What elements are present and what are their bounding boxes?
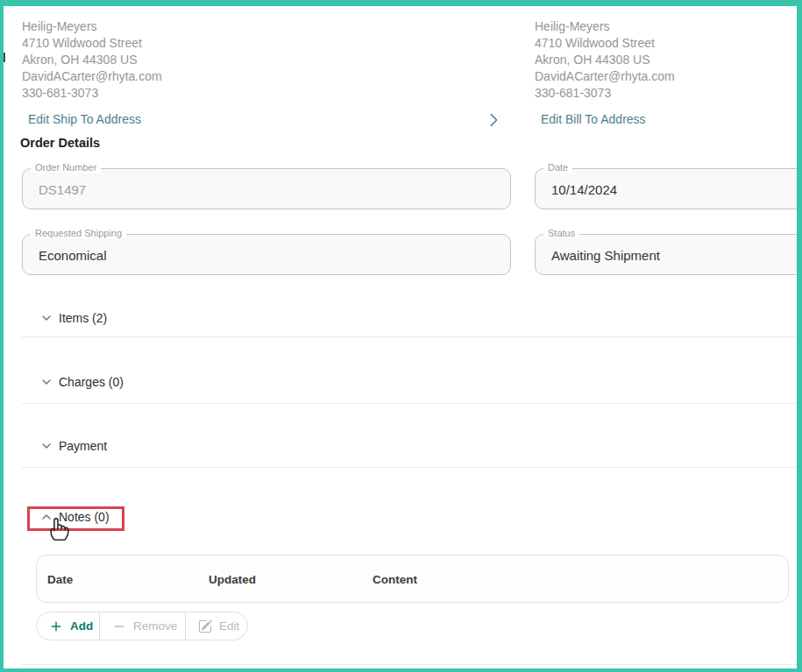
notes-actions: Add Remove Edit bbox=[36, 612, 248, 640]
section-label: Payment bbox=[59, 439, 107, 453]
column-header-content: Content bbox=[373, 555, 417, 604]
field-value: Economical bbox=[39, 247, 107, 262]
chevron-down-icon bbox=[39, 439, 53, 453]
panel-border-top bbox=[0, 0, 802, 6]
section-divider bbox=[22, 336, 797, 337]
address-line: 330-681-3073 bbox=[535, 85, 802, 102]
minus-icon bbox=[112, 619, 126, 633]
chevron-down-icon bbox=[39, 311, 53, 325]
address-line: Akron, OH 44308 US bbox=[535, 52, 802, 68]
address-line: DavidACarter@rhyta.com bbox=[22, 68, 311, 85]
order-details-title: Order Details bbox=[20, 136, 100, 150]
field-label: Requested Shipping bbox=[31, 228, 126, 238]
section-label: Charges (0) bbox=[59, 375, 124, 389]
panel-border-bottom bbox=[0, 668, 802, 672]
field-value: DS1497 bbox=[39, 181, 86, 196]
bottom-divider bbox=[22, 664, 797, 665]
ship-to-address: Heilig-Meyers 4710 Wildwood Street Akron… bbox=[22, 18, 311, 102]
status-field[interactable]: Status Awaiting Shipment bbox=[535, 234, 802, 275]
bill-to-address: Heilig-Meyers 4710 Wildwood Street Akron… bbox=[535, 18, 802, 102]
edit-ship-to-link[interactable]: Edit Ship To Address bbox=[28, 112, 141, 126]
field-label: Status bbox=[543, 228, 579, 238]
add-note-button[interactable]: Add bbox=[37, 612, 100, 640]
address-line: 330-681-3073 bbox=[22, 85, 311, 102]
chevron-right-icon[interactable] bbox=[484, 110, 503, 130]
edit-bill-to-link[interactable]: Edit Bill To Address bbox=[541, 112, 646, 126]
add-note-label: Add bbox=[70, 619, 93, 633]
field-value: Awaiting Shipment bbox=[551, 247, 660, 262]
section-header-charges[interactable]: Charges (0) bbox=[39, 372, 124, 392]
panel-border-right bbox=[797, 0, 802, 672]
panel-border-left bbox=[0, 0, 4, 672]
section-header-payment[interactable]: Payment bbox=[39, 436, 107, 456]
edit-note-label: Edit bbox=[219, 619, 239, 633]
section-label: Items (2) bbox=[59, 311, 107, 325]
address-line: Akron, OH 44308 US bbox=[22, 52, 311, 68]
requested-shipping-field[interactable]: Requested Shipping Economical bbox=[22, 234, 511, 275]
order-detail-panel: Heilig-Meyers 4710 Wildwood Street Akron… bbox=[0, 0, 802, 672]
remove-note-button: Remove bbox=[100, 612, 186, 640]
edit-note-button: Edit bbox=[186, 612, 247, 640]
address-line: Heilig-Meyers bbox=[22, 18, 311, 35]
plus-icon bbox=[49, 619, 63, 633]
section-label: Notes (0) bbox=[59, 510, 110, 524]
chevron-up-icon bbox=[39, 510, 53, 524]
field-label: Order Number bbox=[31, 162, 101, 173]
section-divider bbox=[22, 403, 797, 404]
address-line: DavidACarter@rhyta.com bbox=[535, 68, 802, 85]
section-header-notes[interactable]: Notes (0) bbox=[39, 507, 110, 527]
column-header-updated: Updated bbox=[209, 555, 256, 604]
field-value: 10/14/2024 bbox=[551, 181, 617, 196]
date-field[interactable]: Date 10/14/2024 bbox=[535, 168, 802, 209]
address-line: 4710 Wildwood Street bbox=[22, 35, 311, 52]
address-line: Heilig-Meyers bbox=[535, 18, 802, 35]
notes-table: Date Updated Content bbox=[36, 555, 789, 603]
field-label: Date bbox=[543, 162, 572, 173]
order-number-field: Order Number DS1497 bbox=[22, 168, 511, 209]
column-header-date: Date bbox=[47, 555, 73, 604]
pencil-square-icon bbox=[198, 619, 212, 633]
remove-note-label: Remove bbox=[133, 619, 177, 633]
address-line: 4710 Wildwood Street bbox=[535, 35, 802, 52]
section-header-items[interactable]: Items (2) bbox=[39, 308, 107, 328]
section-divider bbox=[22, 467, 797, 468]
chevron-down-icon bbox=[39, 375, 53, 389]
